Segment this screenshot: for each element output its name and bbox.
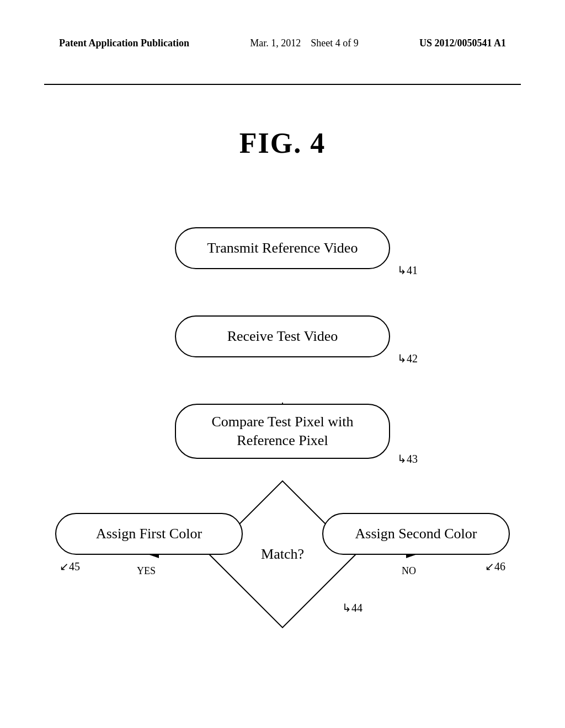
transmit-reference-video-box: Transmit Reference Video bbox=[175, 227, 390, 269]
step-43: ↳43 bbox=[397, 452, 418, 465]
assign-second-color-label: Assign Second Color bbox=[355, 524, 477, 543]
sheet-label: Sheet 4 of 9 bbox=[311, 38, 358, 49]
match-label: Match? bbox=[261, 546, 304, 563]
figure-title: FIG. 4 bbox=[0, 127, 565, 159]
compare-test-pixel-label: Compare Test Pixel with Reference Pixel bbox=[212, 413, 354, 450]
header: Patent Application Publication Mar. 1, 2… bbox=[0, 37, 565, 50]
header-divider bbox=[44, 84, 521, 85]
no-label: NO bbox=[402, 565, 416, 577]
step-45: ↙45 bbox=[60, 560, 80, 573]
step-41: ↳41 bbox=[397, 264, 418, 277]
step-42: ↳42 bbox=[397, 352, 418, 365]
match-diamond: Match? bbox=[230, 502, 335, 607]
assign-first-color-label: Assign First Color bbox=[96, 524, 202, 543]
receive-test-video-box: Receive Test Video bbox=[175, 315, 390, 357]
compare-test-pixel-box: Compare Test Pixel with Reference Pixel bbox=[175, 404, 390, 459]
date-label: Mar. 1, 2012 bbox=[250, 38, 301, 49]
date-sheet-label: Mar. 1, 2012 Sheet 4 of 9 bbox=[250, 37, 358, 50]
yes-label: YES bbox=[137, 565, 156, 577]
transmit-reference-video-label: Transmit Reference Video bbox=[207, 239, 358, 258]
assign-second-color-box: Assign Second Color bbox=[322, 513, 510, 555]
step-44: ↳44 bbox=[342, 601, 363, 614]
assign-first-color-box: Assign First Color bbox=[55, 513, 243, 555]
flowchart: Transmit Reference Video ↳41 Receive Tes… bbox=[0, 182, 565, 728]
patent-number-label: US 2012/0050541 A1 bbox=[419, 37, 506, 50]
patent-label: Patent Application Publication bbox=[59, 37, 189, 50]
step-46: ↙46 bbox=[485, 560, 505, 573]
receive-test-video-label: Receive Test Video bbox=[227, 327, 338, 346]
